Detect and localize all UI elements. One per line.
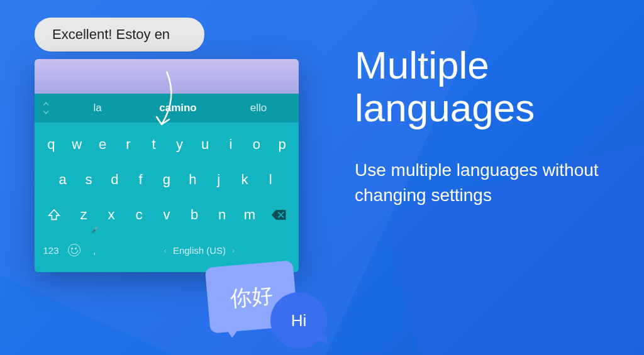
chat-bubbles: 你好 Hi [208,264,296,330]
numbers-key[interactable]: 123 [38,234,64,266]
expand-handle-icon[interactable] [35,103,57,113]
key-s[interactable]: s [75,164,101,195]
key-g[interactable]: g [153,164,179,195]
key-d[interactable]: d [102,164,128,195]
suggestion-right[interactable]: ello [218,102,299,114]
mic-icon: 🎤 [91,227,98,233]
key-n[interactable]: n [208,199,236,231]
shift-icon [47,208,61,222]
key-k[interactable]: k [231,164,257,195]
title-line-2: languages [355,86,535,129]
key-x[interactable]: x [97,199,125,231]
language-key[interactable]: ‹ English (US) › [104,234,295,266]
chat-bubble-english: Hi [270,292,327,349]
key-z[interactable]: z [70,199,97,231]
key-c[interactable]: c [125,199,153,231]
arrow-icon [148,67,186,136]
language-label: English (US) [173,245,226,256]
key-h[interactable]: h [180,164,206,195]
comma-key[interactable]: 🎤 , [85,234,104,266]
key-w[interactable]: w [64,129,90,160]
key-row-3: z x c v b n m [38,199,295,231]
key-e[interactable]: e [90,129,116,160]
key-r[interactable]: r [115,129,141,160]
key-l[interactable]: l [258,164,284,195]
key-rows: q w e r t y u i o p a s d f g h j k l [35,123,299,272]
key-row-2: a s d f g h j k l [38,164,295,195]
chevron-right-icon: › [232,246,235,255]
page-title: Multiple languages [355,44,606,129]
key-a[interactable]: a [50,164,75,195]
key-o[interactable]: o [243,129,269,160]
key-b[interactable]: b [180,199,208,231]
key-i[interactable]: i [218,129,244,160]
text-column: Multiple languages Use multiple language… [355,44,606,207]
key-m[interactable]: m [236,199,264,231]
chevron-left-icon: ‹ [164,246,167,255]
key-p[interactable]: p [269,129,295,160]
page-description: Use multiple languages without changing … [355,158,606,207]
backspace-key[interactable] [264,199,295,231]
key-j[interactable]: j [206,164,231,195]
backspace-icon [271,209,287,221]
comma-label: , [93,245,96,256]
shift-key[interactable] [38,199,70,231]
key-q[interactable]: q [38,129,64,160]
title-line-1: Multiple [355,43,489,87]
key-f[interactable]: f [128,164,153,195]
suggestion-left[interactable]: la [57,102,138,114]
emoji-icon [68,244,80,256]
emoji-key[interactable] [64,234,85,266]
key-row-4: 123 🎤 , ‹ English (US) › [38,234,295,266]
typed-text-bubble: Excellent! Estoy en [35,18,204,52]
keyboard-preview: Excellent! Estoy en la camino ello q w e… [35,18,299,272]
key-u[interactable]: u [192,129,218,160]
key-v[interactable]: v [153,199,180,231]
